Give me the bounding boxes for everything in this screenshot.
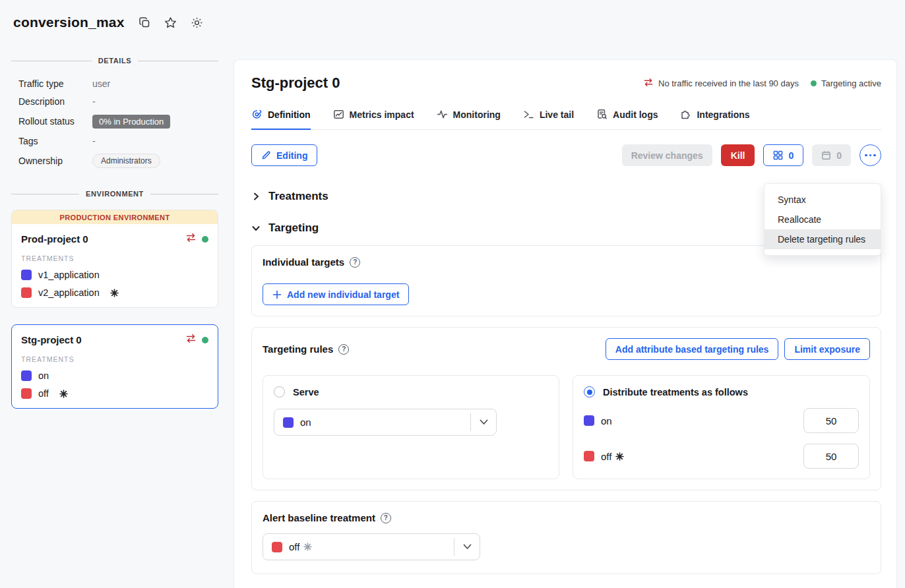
treatment-color-swatch — [21, 370, 32, 381]
schedule-count: 0 — [836, 150, 842, 161]
help-icon[interactable]: ? — [381, 513, 391, 523]
limit-exposure-button[interactable]: Limit exposure — [784, 338, 870, 360]
detail-label: Rollout status — [18, 116, 92, 127]
environment-active-dot — [202, 236, 208, 243]
add-individual-target-button[interactable]: Add new individual target — [263, 283, 409, 305]
chevron-down-icon — [251, 223, 261, 233]
kill-button[interactable]: Kill — [721, 144, 755, 166]
metrics-impact-icon — [333, 109, 344, 120]
pencil-icon — [261, 150, 271, 160]
alert-baseline-panel: Alert baseline treatment ? off — [251, 501, 881, 574]
divider — [11, 61, 92, 61]
default-treatment-icon — [615, 452, 624, 461]
alert-baseline-select[interactable]: off — [263, 533, 480, 560]
serve-radio-label: Serve — [293, 387, 319, 397]
tab-metrics-impact[interactable]: Metrics impact — [333, 109, 414, 130]
gear-icon — [191, 16, 203, 29]
menu-item-syntax[interactable]: Syntax — [765, 190, 881, 210]
traffic-warning-text: No traffic received in the last 90 days — [658, 78, 799, 88]
star-icon — [164, 16, 177, 29]
environment-card-stg[interactable]: Stg-project 0 TREATMENTS on — [11, 324, 218, 409]
detail-value: - — [92, 136, 96, 146]
targeting-rules-panel: Targeting rules ? Add attribute based ta… — [251, 327, 881, 490]
sidebar: DETAILS Traffic type user Description - … — [11, 57, 218, 425]
targeting-active-text: Targeting active — [821, 78, 881, 88]
page-title: Stg-project 0 — [251, 74, 643, 92]
treatment-row: on — [21, 370, 208, 381]
menu-item-delete-targeting-rules[interactable]: Delete targeting rules — [765, 229, 881, 249]
tab-integrations[interactable]: Integrations — [680, 109, 749, 130]
targeting-active-status: Targeting active — [811, 78, 881, 88]
alert-baseline-selected-value: off — [289, 541, 299, 552]
settings-button[interactable] — [191, 16, 204, 29]
main-panel: Stg-project 0 No traffic received in the… — [234, 59, 897, 588]
default-treatment-icon — [110, 289, 119, 297]
targeting-section-title: Targeting — [268, 221, 319, 235]
treatment-name: v1_application — [38, 270, 100, 280]
copy-icon — [139, 16, 150, 28]
treatment-color-swatch — [21, 388, 32, 399]
environment-active-dot — [202, 337, 208, 343]
detail-row-traffic-type: Traffic type user — [11, 76, 218, 91]
traffic-warning-status: No traffic received in the last 90 days — [643, 78, 799, 89]
audit-logs-icon — [596, 109, 608, 120]
serve-radio[interactable] — [274, 386, 285, 397]
tab-label: Monitoring — [453, 109, 501, 120]
detail-label: Ownership — [18, 156, 92, 166]
treatment-name: off — [38, 388, 49, 399]
help-icon[interactable]: ? — [338, 344, 349, 355]
percentage-input-on[interactable] — [803, 408, 859, 433]
live-tail-icon — [523, 109, 534, 120]
distribute-radio[interactable] — [584, 386, 595, 397]
detail-row-rollout-status: Rollout status 0% in Production — [11, 112, 218, 131]
add-attribute-rules-label: Add attribute based targeting rules — [615, 344, 769, 355]
traffic-warning-icon — [185, 334, 197, 346]
treatments-section-title: Treatments — [268, 190, 328, 203]
tab-live-tail[interactable]: Live tail — [523, 109, 574, 130]
editing-button[interactable]: Editing — [251, 144, 317, 166]
tab-monitoring[interactable]: Monitoring — [437, 109, 501, 130]
treatment-color-swatch — [584, 451, 594, 461]
divider — [138, 61, 218, 61]
tab-label: Live tail — [540, 109, 574, 120]
chevron-right-icon — [251, 192, 261, 201]
treatment-color-swatch — [21, 287, 32, 298]
favorite-button[interactable] — [164, 16, 177, 29]
menu-item-reallocate[interactable]: Reallocate — [765, 210, 881, 229]
tab-label: Integrations — [697, 109, 749, 120]
add-attribute-rules-button[interactable]: Add attribute based targeting rules — [606, 338, 779, 360]
detail-value: - — [92, 96, 96, 107]
detail-label: Tags — [18, 136, 92, 146]
review-changes-button[interactable]: Review changes — [622, 144, 712, 166]
treatments-label: TREATMENTS — [21, 254, 208, 262]
targeting-rules-title: Targeting rules — [263, 343, 333, 355]
toolbar: Editing Review changes Kill 0 — [251, 144, 881, 166]
ownership-pill[interactable]: Administrators — [92, 154, 160, 168]
environment-name: Prod-project 0 — [21, 233, 185, 245]
monitoring-icon — [437, 109, 448, 120]
tab-definition[interactable]: Definition — [251, 109, 311, 130]
environment-card-prod[interactable]: PRODUCTION ENVIRONMENT Prod-project 0 TR… — [11, 210, 218, 308]
schedule-count-button[interactable]: 0 — [812, 144, 851, 166]
more-actions-menu: Syntax Reallocate Delete targeting rules — [764, 183, 881, 256]
serve-treatment-select[interactable]: on — [274, 409, 497, 436]
percentage-input-off[interactable] — [803, 444, 859, 469]
serve-selected-value: on — [300, 417, 311, 428]
detail-label: Traffic type — [18, 78, 92, 89]
tab-label: Definition — [268, 109, 311, 120]
traffic-warning-icon — [643, 78, 654, 89]
more-actions-button[interactable] — [859, 144, 881, 166]
plus-icon — [272, 290, 282, 299]
treatments-label: TREATMENTS — [21, 355, 208, 363]
rollout-status-badge: 0% in Production — [92, 115, 170, 129]
tab-audit-logs[interactable]: Audit logs — [596, 109, 658, 130]
traffic-warning-icon — [185, 233, 197, 245]
environment-heading: ENVIRONMENT — [11, 190, 218, 198]
detail-label: Description — [18, 96, 92, 107]
distribute-row-off: off — [584, 444, 859, 469]
help-icon[interactable]: ? — [350, 257, 360, 268]
production-environment-banner: PRODUCTION ENVIRONMENT — [12, 210, 218, 224]
rules-count-button[interactable]: 0 — [763, 144, 803, 166]
rules-count: 0 — [788, 150, 794, 161]
copy-button[interactable] — [138, 16, 151, 29]
